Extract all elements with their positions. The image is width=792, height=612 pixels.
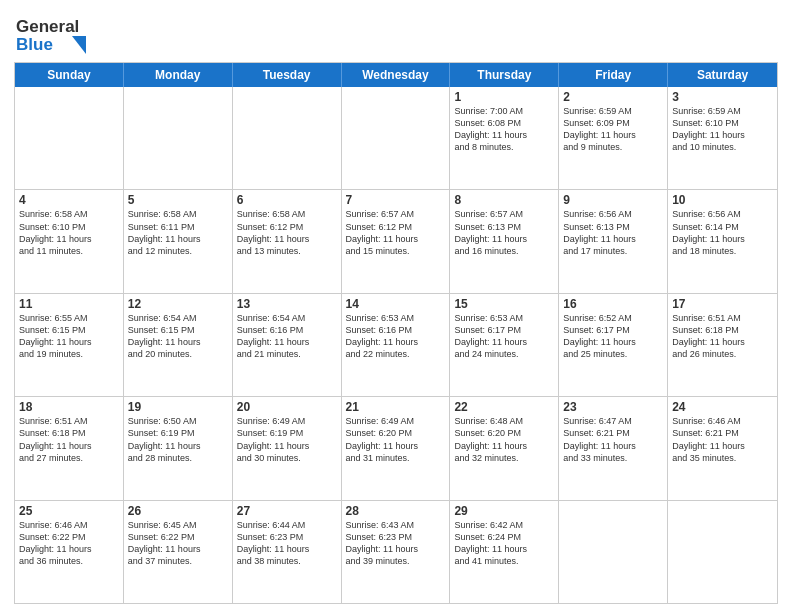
day-cell-22: 22Sunrise: 6:48 AM Sunset: 6:20 PM Dayli…	[450, 397, 559, 499]
day-number: 28	[346, 504, 446, 518]
day-number: 18	[19, 400, 119, 414]
calendar-body: 1Sunrise: 7:00 AM Sunset: 6:08 PM Daylig…	[15, 87, 777, 603]
calendar-row-1: 1Sunrise: 7:00 AM Sunset: 6:08 PM Daylig…	[15, 87, 777, 189]
day-info: Sunrise: 6:51 AM Sunset: 6:18 PM Dayligh…	[672, 312, 773, 361]
calendar-row-4: 18Sunrise: 6:51 AM Sunset: 6:18 PM Dayli…	[15, 396, 777, 499]
day-info: Sunrise: 6:58 AM Sunset: 6:11 PM Dayligh…	[128, 208, 228, 257]
day-cell-25: 25Sunrise: 6:46 AM Sunset: 6:22 PM Dayli…	[15, 501, 124, 603]
day-info: Sunrise: 6:52 AM Sunset: 6:17 PM Dayligh…	[563, 312, 663, 361]
calendar: SundayMondayTuesdayWednesdayThursdayFrid…	[14, 62, 778, 604]
day-number: 8	[454, 193, 554, 207]
day-number: 11	[19, 297, 119, 311]
day-info: Sunrise: 6:51 AM Sunset: 6:18 PM Dayligh…	[19, 415, 119, 464]
day-number: 22	[454, 400, 554, 414]
day-cell-empty	[233, 87, 342, 189]
day-number: 21	[346, 400, 446, 414]
logo: General Blue	[14, 10, 104, 58]
day-cell-19: 19Sunrise: 6:50 AM Sunset: 6:19 PM Dayli…	[124, 397, 233, 499]
day-info: Sunrise: 6:58 AM Sunset: 6:12 PM Dayligh…	[237, 208, 337, 257]
day-info: Sunrise: 7:00 AM Sunset: 6:08 PM Dayligh…	[454, 105, 554, 154]
day-cell-17: 17Sunrise: 6:51 AM Sunset: 6:18 PM Dayli…	[668, 294, 777, 396]
day-number: 16	[563, 297, 663, 311]
day-number: 10	[672, 193, 773, 207]
day-cell-3: 3Sunrise: 6:59 AM Sunset: 6:10 PM Daylig…	[668, 87, 777, 189]
day-number: 20	[237, 400, 337, 414]
day-cell-14: 14Sunrise: 6:53 AM Sunset: 6:16 PM Dayli…	[342, 294, 451, 396]
day-info: Sunrise: 6:59 AM Sunset: 6:10 PM Dayligh…	[672, 105, 773, 154]
svg-text:General: General	[16, 17, 79, 36]
day-number: 2	[563, 90, 663, 104]
day-cell-26: 26Sunrise: 6:45 AM Sunset: 6:22 PM Dayli…	[124, 501, 233, 603]
day-info: Sunrise: 6:46 AM Sunset: 6:21 PM Dayligh…	[672, 415, 773, 464]
header: General Blue	[14, 10, 778, 58]
day-cell-18: 18Sunrise: 6:51 AM Sunset: 6:18 PM Dayli…	[15, 397, 124, 499]
day-number: 1	[454, 90, 554, 104]
day-number: 27	[237, 504, 337, 518]
day-number: 5	[128, 193, 228, 207]
day-info: Sunrise: 6:44 AM Sunset: 6:23 PM Dayligh…	[237, 519, 337, 568]
day-number: 29	[454, 504, 554, 518]
svg-marker-2	[72, 36, 86, 54]
day-cell-5: 5Sunrise: 6:58 AM Sunset: 6:11 PM Daylig…	[124, 190, 233, 292]
day-number: 13	[237, 297, 337, 311]
day-number: 26	[128, 504, 228, 518]
day-cell-empty	[124, 87, 233, 189]
day-info: Sunrise: 6:56 AM Sunset: 6:13 PM Dayligh…	[563, 208, 663, 257]
calendar-row-2: 4Sunrise: 6:58 AM Sunset: 6:10 PM Daylig…	[15, 189, 777, 292]
day-info: Sunrise: 6:57 AM Sunset: 6:13 PM Dayligh…	[454, 208, 554, 257]
day-cell-9: 9Sunrise: 6:56 AM Sunset: 6:13 PM Daylig…	[559, 190, 668, 292]
day-info: Sunrise: 6:53 AM Sunset: 6:16 PM Dayligh…	[346, 312, 446, 361]
day-cell-23: 23Sunrise: 6:47 AM Sunset: 6:21 PM Dayli…	[559, 397, 668, 499]
day-info: Sunrise: 6:49 AM Sunset: 6:19 PM Dayligh…	[237, 415, 337, 464]
header-cell-thursday: Thursday	[450, 63, 559, 87]
day-number: 4	[19, 193, 119, 207]
header-cell-saturday: Saturday	[668, 63, 777, 87]
day-number: 17	[672, 297, 773, 311]
day-cell-2: 2Sunrise: 6:59 AM Sunset: 6:09 PM Daylig…	[559, 87, 668, 189]
day-cell-21: 21Sunrise: 6:49 AM Sunset: 6:20 PM Dayli…	[342, 397, 451, 499]
day-info: Sunrise: 6:57 AM Sunset: 6:12 PM Dayligh…	[346, 208, 446, 257]
day-info: Sunrise: 6:50 AM Sunset: 6:19 PM Dayligh…	[128, 415, 228, 464]
header-cell-sunday: Sunday	[15, 63, 124, 87]
day-info: Sunrise: 6:43 AM Sunset: 6:23 PM Dayligh…	[346, 519, 446, 568]
day-number: 3	[672, 90, 773, 104]
day-info: Sunrise: 6:55 AM Sunset: 6:15 PM Dayligh…	[19, 312, 119, 361]
day-number: 15	[454, 297, 554, 311]
day-info: Sunrise: 6:54 AM Sunset: 6:16 PM Dayligh…	[237, 312, 337, 361]
day-cell-6: 6Sunrise: 6:58 AM Sunset: 6:12 PM Daylig…	[233, 190, 342, 292]
day-number: 23	[563, 400, 663, 414]
day-cell-10: 10Sunrise: 6:56 AM Sunset: 6:14 PM Dayli…	[668, 190, 777, 292]
svg-text:Blue: Blue	[16, 35, 53, 54]
day-cell-empty	[15, 87, 124, 189]
day-info: Sunrise: 6:47 AM Sunset: 6:21 PM Dayligh…	[563, 415, 663, 464]
day-info: Sunrise: 6:46 AM Sunset: 6:22 PM Dayligh…	[19, 519, 119, 568]
day-cell-24: 24Sunrise: 6:46 AM Sunset: 6:21 PM Dayli…	[668, 397, 777, 499]
day-info: Sunrise: 6:54 AM Sunset: 6:15 PM Dayligh…	[128, 312, 228, 361]
day-info: Sunrise: 6:49 AM Sunset: 6:20 PM Dayligh…	[346, 415, 446, 464]
day-info: Sunrise: 6:45 AM Sunset: 6:22 PM Dayligh…	[128, 519, 228, 568]
day-info: Sunrise: 6:42 AM Sunset: 6:24 PM Dayligh…	[454, 519, 554, 568]
header-cell-friday: Friday	[559, 63, 668, 87]
calendar-row-5: 25Sunrise: 6:46 AM Sunset: 6:22 PM Dayli…	[15, 500, 777, 603]
day-number: 24	[672, 400, 773, 414]
header-cell-tuesday: Tuesday	[233, 63, 342, 87]
day-number: 6	[237, 193, 337, 207]
page: General Blue SundayMondayTuesdayWednesda…	[0, 0, 792, 612]
day-cell-15: 15Sunrise: 6:53 AM Sunset: 6:17 PM Dayli…	[450, 294, 559, 396]
logo-svg: General Blue	[14, 10, 104, 54]
day-number: 9	[563, 193, 663, 207]
day-cell-1: 1Sunrise: 7:00 AM Sunset: 6:08 PM Daylig…	[450, 87, 559, 189]
day-info: Sunrise: 6:48 AM Sunset: 6:20 PM Dayligh…	[454, 415, 554, 464]
day-cell-empty	[559, 501, 668, 603]
day-cell-28: 28Sunrise: 6:43 AM Sunset: 6:23 PM Dayli…	[342, 501, 451, 603]
day-info: Sunrise: 6:56 AM Sunset: 6:14 PM Dayligh…	[672, 208, 773, 257]
day-info: Sunrise: 6:59 AM Sunset: 6:09 PM Dayligh…	[563, 105, 663, 154]
day-cell-7: 7Sunrise: 6:57 AM Sunset: 6:12 PM Daylig…	[342, 190, 451, 292]
day-cell-16: 16Sunrise: 6:52 AM Sunset: 6:17 PM Dayli…	[559, 294, 668, 396]
day-cell-12: 12Sunrise: 6:54 AM Sunset: 6:15 PM Dayli…	[124, 294, 233, 396]
day-number: 25	[19, 504, 119, 518]
day-cell-11: 11Sunrise: 6:55 AM Sunset: 6:15 PM Dayli…	[15, 294, 124, 396]
header-cell-wednesday: Wednesday	[342, 63, 451, 87]
day-cell-8: 8Sunrise: 6:57 AM Sunset: 6:13 PM Daylig…	[450, 190, 559, 292]
day-info: Sunrise: 6:53 AM Sunset: 6:17 PM Dayligh…	[454, 312, 554, 361]
